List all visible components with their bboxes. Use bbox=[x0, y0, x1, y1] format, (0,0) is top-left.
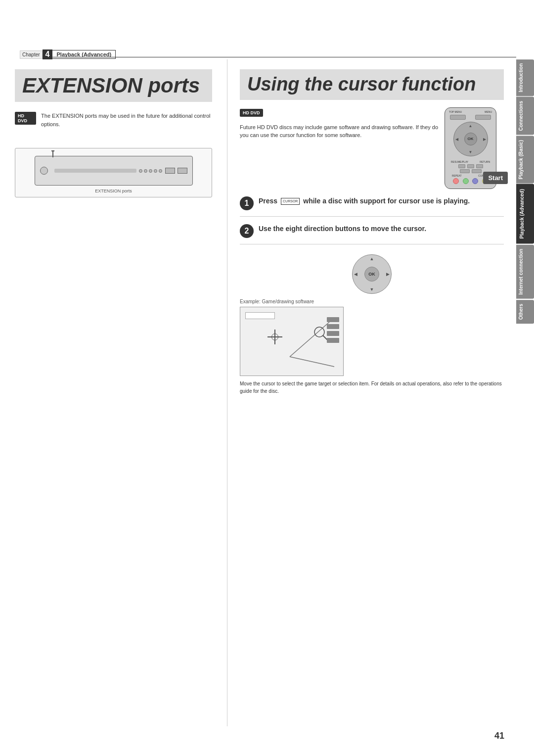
left-column: EXTENSION ports HD DVD The EXTENSION por… bbox=[0, 59, 227, 726]
small-dpad-up: ▲ bbox=[370, 256, 374, 261]
svg-line-0 bbox=[290, 322, 329, 357]
remote-illustration: TOP MENU MENU ▲ ▼ ◀ ▶ bbox=[445, 107, 504, 189]
remote-ok-btn[interactable]: OK bbox=[464, 133, 477, 145]
extension-description: The EXTENSION ports may be used in the f… bbox=[41, 112, 212, 128]
device-rect-2 bbox=[178, 168, 187, 174]
step-1: 1 Press CURSOR while a disc with support… bbox=[240, 196, 504, 217]
step1-text-before: Press bbox=[259, 197, 277, 205]
remote-btn-stop bbox=[467, 164, 474, 168]
step1-cursor-btn[interactable]: CURSOR bbox=[281, 198, 300, 205]
tab-playback-basic[interactable]: Playback (Basic) bbox=[516, 136, 534, 184]
small-dpad-down: ▼ bbox=[370, 287, 374, 292]
remote-top-menu: TOP MENU bbox=[449, 110, 462, 113]
remote-btn-play bbox=[458, 164, 465, 168]
remote-return: RETURN bbox=[480, 160, 490, 163]
chapter-number: 4 bbox=[43, 49, 53, 59]
tab-introduction[interactable]: Introduction bbox=[516, 59, 534, 96]
device-rect-1 bbox=[165, 168, 175, 174]
hd-dvd-badge-right: HD DVD bbox=[240, 109, 263, 117]
remote-btn-b bbox=[463, 178, 469, 184]
device-illustration bbox=[35, 156, 193, 186]
game-side-bars bbox=[327, 317, 339, 343]
remote-btn-menu bbox=[475, 115, 491, 120]
device-btn-2 bbox=[144, 169, 147, 173]
right-column: Using the cursor function HD DVD Future … bbox=[227, 59, 516, 726]
game-illustration bbox=[240, 307, 344, 376]
remote-repeat-label: REPEAT bbox=[452, 174, 462, 177]
small-dpad: ▲ ▼ ◀ ▶ OK bbox=[352, 254, 392, 294]
remote-btn-a bbox=[453, 178, 459, 184]
footer-text: Move the cursor to select the game targe… bbox=[240, 380, 504, 395]
device-antenna-base bbox=[51, 150, 54, 151]
dpad-down-arrow: ▼ bbox=[469, 150, 473, 154]
dpad-right-arrow: ▶ bbox=[483, 137, 486, 141]
remote-menu: MENU bbox=[485, 110, 492, 113]
cursor-title: Using the cursor function bbox=[240, 69, 504, 100]
side-tabs: Introduction Connections Playback (Basic… bbox=[516, 59, 534, 324]
right-top-section: HD DVD Future HD DVD discs may include g… bbox=[240, 107, 504, 189]
device-btn-1 bbox=[139, 169, 142, 173]
remote-btn-pause bbox=[476, 164, 483, 168]
device-circle bbox=[40, 167, 48, 175]
remote-dpad: ▲ ▼ ◀ ▶ OK bbox=[453, 122, 488, 156]
step-2-number: 2 bbox=[240, 224, 254, 238]
device-buttons bbox=[139, 168, 187, 174]
remote-resume-play: RESUME/PLAY bbox=[451, 160, 468, 163]
dpad-left-arrow: ◀ bbox=[455, 137, 458, 141]
svg-line-1 bbox=[290, 357, 334, 367]
step1-text-after: while a disc with support for cursor use… bbox=[303, 197, 470, 205]
device-center bbox=[54, 169, 136, 173]
remote-btn-topmenu bbox=[450, 115, 466, 120]
tab-playback-advanced[interactable]: Playback (Advanced) bbox=[516, 184, 534, 244]
tab-others[interactable]: Others bbox=[516, 300, 534, 324]
device-antenna bbox=[52, 150, 53, 157]
tab-internet[interactable]: Internet connection bbox=[516, 245, 534, 299]
columns: EXTENSION ports HD DVD The EXTENSION por… bbox=[0, 59, 516, 726]
remote-btn-c bbox=[472, 178, 478, 184]
cursor-description: Future HD DVD discs may include game sof… bbox=[240, 123, 440, 140]
remote-btn-ff bbox=[472, 169, 482, 173]
chapter-prefix: Chapter bbox=[20, 50, 43, 59]
small-dpad-left: ◀ bbox=[354, 272, 357, 277]
chapter-header: Chapter 4 Playback (Advanced) bbox=[20, 49, 116, 59]
extension-title: EXTENSION ports bbox=[15, 69, 212, 102]
hd-dvd-badge-left: HD DVD bbox=[15, 112, 36, 125]
step-1-text: Press CURSOR while a disc with support f… bbox=[259, 196, 470, 206]
device-btn-5 bbox=[159, 169, 162, 173]
step-2: 2 Use the eight direction buttons to mov… bbox=[240, 224, 504, 244]
start-badge: Start bbox=[483, 172, 508, 184]
step-2-text: Use the eight direction buttons to move … bbox=[259, 224, 426, 234]
small-dpad-container: ▲ ▼ ◀ ▶ OK bbox=[350, 252, 394, 296]
small-ok-btn: OK bbox=[364, 267, 379, 282]
small-dpad-right: ▶ bbox=[386, 272, 390, 277]
device-label: EXTENSION ports bbox=[23, 189, 204, 193]
example-label: Example: Game/drawing software bbox=[240, 299, 504, 304]
chapter-title: Playback (Advanced) bbox=[52, 50, 116, 59]
step-1-number: 1 bbox=[240, 196, 254, 210]
dpad-up-arrow: ▲ bbox=[469, 124, 473, 128]
tab-connections[interactable]: Connections bbox=[516, 97, 534, 135]
device-btn-3 bbox=[149, 169, 152, 173]
page-number: 41 bbox=[494, 731, 504, 741]
device-btn-4 bbox=[154, 169, 157, 173]
remote-btn-rew bbox=[460, 169, 470, 173]
